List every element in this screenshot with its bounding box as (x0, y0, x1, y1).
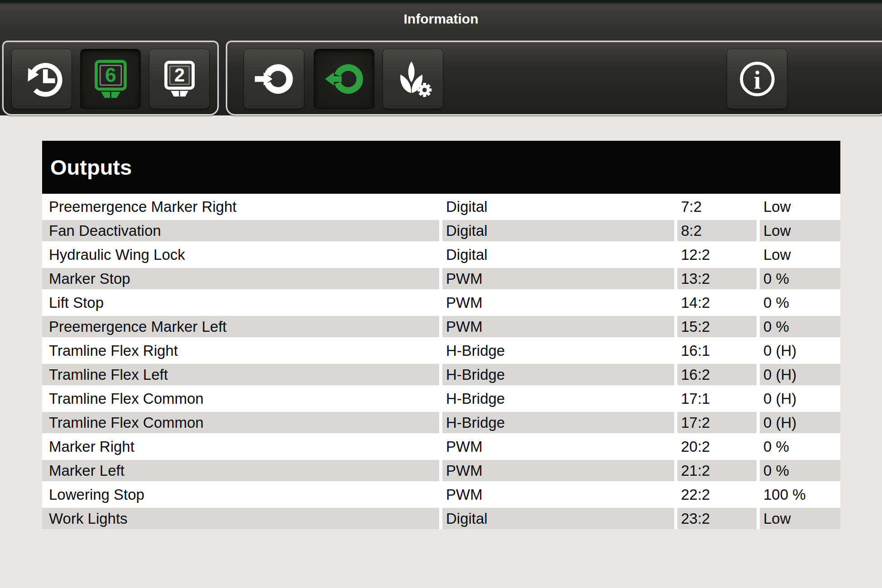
table-row: Fan DeactivationDigital8:2Low (42, 220, 840, 241)
cell-value: 0 % (760, 268, 840, 289)
table-row: Work LightsDigital23:2Low (42, 508, 840, 529)
cell-value: 100 % (760, 484, 840, 505)
window-title: Information (0, 0, 882, 38)
restore-config-button[interactable] (314, 49, 374, 109)
restore-config-icon (322, 57, 366, 101)
crop-settings-icon (391, 57, 435, 101)
cell-value: Low (760, 196, 840, 217)
cell-type: Digital (442, 220, 674, 241)
history-button[interactable] (12, 49, 72, 109)
information-screen: { "window": { "title": "Information" }, … (0, 0, 882, 588)
info-label: i (753, 66, 761, 94)
cell-pin: 15:2 (677, 316, 757, 337)
cell-name: Work Lights (42, 508, 439, 529)
cell-name: Marker Right (42, 436, 439, 457)
cell-value: Low (760, 220, 840, 241)
cell-pin: 23:2 (677, 508, 757, 529)
table-row: Preemergence Marker LeftPWM15:20 % (42, 316, 840, 337)
toolbar-group-navigation: 6 2 (2, 41, 219, 115)
table-row: Tramline Flex CommonH-Bridge17:10 (H) (42, 388, 840, 409)
cell-pin: 13:2 (677, 268, 757, 289)
crop-settings-button[interactable] (383, 49, 443, 109)
table-row: Lift StopPWM14:20 % (42, 292, 840, 313)
cell-value: 0 (H) (760, 340, 840, 361)
table-row: Lowering StopPWM22:2100 % (42, 484, 840, 505)
display-2-icon: 2 (158, 57, 201, 101)
info-icon: i (735, 57, 779, 101)
display-2-label: 2 (174, 64, 184, 86)
cell-value: Low (760, 244, 840, 265)
cell-pin: 17:1 (677, 388, 757, 409)
apply-config-icon (252, 57, 296, 101)
table-row: Tramline Flex CommonH-Bridge17:20 (H) (42, 412, 840, 433)
table-row: Hydraulic Wing LockDigital12:2Low (42, 244, 840, 265)
cell-pin: 7:2 (677, 196, 757, 217)
display-6-icon: 6 (89, 57, 133, 101)
cell-name: Fan Deactivation (42, 220, 439, 241)
apply-config-button[interactable] (244, 49, 304, 109)
cell-value: 0 % (760, 292, 840, 313)
table-row: Preemergence Marker RightDigital7:2Low (42, 196, 840, 217)
cell-name: Marker Stop (42, 268, 439, 289)
cell-pin: 16:2 (677, 364, 757, 385)
cell-type: PWM (442, 268, 674, 289)
display-2-button[interactable]: 2 (149, 49, 209, 109)
cell-pin: 12:2 (677, 244, 757, 265)
cell-type: Digital (442, 508, 674, 529)
cell-name: Marker Left (42, 460, 439, 481)
cell-pin: 14:2 (677, 292, 757, 313)
outputs-table-title: Outputs (42, 141, 840, 194)
cell-type: Digital (442, 196, 674, 217)
cell-name: Preemergence Marker Right (42, 196, 439, 217)
cell-value: 0 (H) (760, 388, 840, 409)
cell-type: PWM (442, 292, 674, 313)
cell-name: Tramline Flex Right (42, 340, 439, 361)
cell-type: PWM (442, 316, 674, 337)
gear-icon (417, 83, 431, 97)
cell-type: PWM (442, 460, 674, 481)
history-icon (20, 57, 64, 101)
cell-type: PWM (442, 436, 674, 457)
outputs-rows: Preemergence Marker RightDigital7:2LowFa… (42, 194, 840, 529)
outputs-table: Outputs Preemergence Marker RightDigital… (42, 141, 840, 529)
cell-pin: 17:2 (677, 412, 757, 433)
toolbar-group-configuration: i (226, 41, 882, 115)
table-row: Marker LeftPWM21:20 % (42, 460, 840, 481)
cell-type: PWM (442, 484, 674, 505)
table-row: Marker StopPWM13:20 % (42, 268, 840, 289)
cell-pin: 21:2 (677, 460, 757, 481)
cell-name: Lift Stop (42, 292, 439, 313)
cell-name: Lowering Stop (42, 484, 439, 505)
table-row: Marker RightPWM20:20 % (42, 436, 840, 457)
cell-value: 0 (H) (760, 412, 840, 433)
cell-value: 0 (H) (760, 364, 840, 385)
cell-type: H-Bridge (442, 412, 674, 433)
display-6-label: 6 (105, 64, 116, 86)
cell-name: Preemergence Marker Left (42, 316, 439, 337)
cell-name: Tramline Flex Common (42, 388, 439, 409)
cell-value: 0 % (760, 316, 840, 337)
cell-value: 0 % (760, 436, 840, 457)
table-row: Tramline Flex RightH-Bridge16:10 (H) (42, 340, 840, 361)
cell-value: Low (760, 508, 840, 529)
cell-name: Hydraulic Wing Lock (42, 244, 439, 265)
table-row: Tramline Flex LeftH-Bridge16:20 (H) (42, 364, 840, 385)
cell-pin: 16:1 (677, 340, 757, 361)
cell-value: 0 % (760, 460, 840, 481)
cell-type: H-Bridge (442, 388, 674, 409)
cell-pin: 8:2 (677, 220, 757, 241)
cell-name: Tramline Flex Common (42, 412, 439, 433)
cell-pin: 20:2 (677, 436, 757, 457)
display-6-button[interactable]: 6 (81, 49, 140, 109)
cell-type: H-Bridge (442, 340, 674, 361)
cell-type: H-Bridge (442, 364, 674, 385)
info-button[interactable]: i (727, 49, 787, 109)
cell-pin: 22:2 (677, 484, 757, 505)
cell-type: Digital (442, 244, 674, 265)
cell-name: Tramline Flex Left (42, 364, 439, 385)
